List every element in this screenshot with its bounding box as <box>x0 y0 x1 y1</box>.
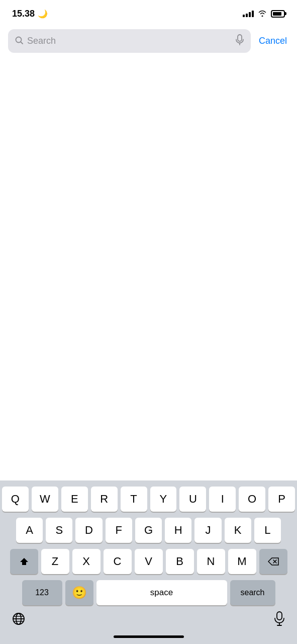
signal-icon <box>243 10 254 17</box>
cancel-button[interactable]: Cancel <box>257 34 289 48</box>
key-q[interactable]: Q <box>2 487 29 512</box>
battery-icon <box>271 10 285 18</box>
key-e[interactable]: E <box>61 487 88 512</box>
status-icons <box>243 10 285 18</box>
shift-key[interactable] <box>10 549 38 574</box>
key-n[interactable]: N <box>197 549 225 574</box>
key-c[interactable]: C <box>104 549 132 574</box>
svg-line-1 <box>21 42 23 44</box>
key-d[interactable]: D <box>75 518 102 543</box>
key-l[interactable]: L <box>254 518 281 543</box>
search-input[interactable] <box>27 36 232 46</box>
globe-icon[interactable] <box>12 612 25 628</box>
svg-rect-2 <box>238 35 242 41</box>
key-u[interactable]: U <box>179 487 206 512</box>
keyboard-row-1: Q W E R T Y U I O P <box>2 487 295 512</box>
key-a[interactable]: A <box>16 518 43 543</box>
key-k[interactable]: K <box>225 518 251 543</box>
keyboard-row-3: Z X C V B N M <box>2 549 295 574</box>
key-t[interactable]: T <box>121 487 147 512</box>
key-m[interactable]: M <box>228 549 256 574</box>
home-indicator <box>114 635 184 638</box>
keyboard-bottom-row <box>2 607 295 631</box>
key-f[interactable]: F <box>106 518 132 543</box>
key-b[interactable]: B <box>166 549 194 574</box>
search-key[interactable]: search <box>230 580 275 605</box>
search-bar-container: Cancel <box>0 25 297 57</box>
key-z[interactable]: Z <box>41 549 69 574</box>
key-j[interactable]: J <box>194 518 221 543</box>
status-time: 15.38 🌙 <box>12 9 48 19</box>
space-key[interactable]: space <box>96 580 227 605</box>
delete-key[interactable] <box>259 549 287 574</box>
key-r[interactable]: R <box>91 487 118 512</box>
key-v[interactable]: V <box>135 549 163 574</box>
emoji-key[interactable]: 🙂 <box>65 580 93 605</box>
key-x[interactable]: X <box>72 549 101 574</box>
moon-icon: 🌙 <box>38 9 48 19</box>
status-bar: 15.38 🌙 <box>0 0 297 25</box>
key-o[interactable]: O <box>239 487 265 512</box>
key-y[interactable]: Y <box>150 487 177 512</box>
key-i[interactable]: I <box>209 487 236 512</box>
content-area <box>0 57 297 339</box>
keyboard-row-4: 123 🙂 space search <box>2 580 295 605</box>
svg-rect-11 <box>277 612 282 620</box>
search-glass-icon <box>15 36 23 46</box>
mic-icon[interactable] <box>236 34 244 48</box>
key-p[interactable]: P <box>268 487 295 512</box>
keyboard: Q W E R T Y U I O P A S D F G H J K L Z … <box>0 480 297 644</box>
keyboard-mic-icon[interactable] <box>274 611 285 629</box>
key-g[interactable]: G <box>135 518 162 543</box>
key-w[interactable]: W <box>32 487 58 512</box>
key-h[interactable]: H <box>165 518 191 543</box>
numbers-key[interactable]: 123 <box>22 580 62 605</box>
keyboard-row-2: A S D F G H J K L <box>2 518 295 543</box>
wifi-icon <box>258 10 267 18</box>
key-s[interactable]: S <box>46 518 72 543</box>
search-input-wrapper[interactable] <box>8 29 251 53</box>
